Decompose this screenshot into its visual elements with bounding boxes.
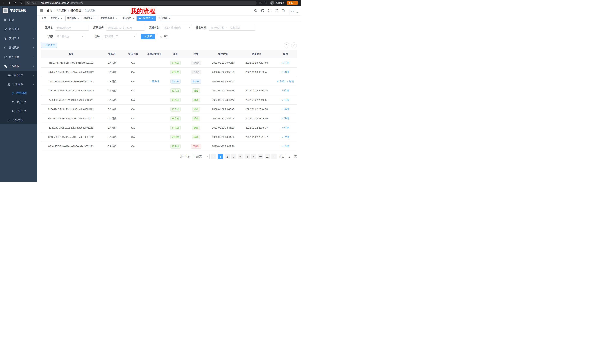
reset-button[interactable]: 重置 — [157, 34, 171, 39]
hamburger-icon[interactable] — [40, 9, 44, 12]
reload-icon[interactable] — [13, 1, 17, 5]
sidebar-item-task-management[interactable]: 任务管理 ▴ — [0, 80, 37, 89]
detail-link[interactable]: 详情 — [281, 145, 289, 148]
sidebar-item-todo-tasks[interactable]: 待办任务 — [0, 98, 37, 106]
tab-process-form[interactable]: 流程表单× — [82, 16, 98, 21]
sidebar-item-payment[interactable]: ¥ 支付管理 ▾ — [0, 34, 37, 43]
next-page-button[interactable]: › — [271, 154, 277, 159]
page-button[interactable]: 5 — [245, 154, 250, 159]
close-icon[interactable]: × — [151, 17, 154, 20]
password-key-icon[interactable] — [259, 1, 262, 5]
filter-label: 状态 — [41, 35, 53, 38]
process-name-input[interactable] — [55, 25, 89, 31]
tab-process-definition[interactable]: 流程定义× — [49, 16, 64, 21]
breadcrumb-item[interactable]: 工作流程 — [56, 9, 67, 12]
close-icon[interactable]: × — [132, 17, 135, 20]
sidebar-item-home[interactable]: 首页 — [0, 15, 37, 25]
tab-start-process[interactable]: 发起流程× — [157, 16, 172, 21]
browser-menu-icon[interactable]: ⋮ — [294, 2, 296, 4]
page-button[interactable]: 6 — [251, 154, 257, 159]
breadcrumb-item[interactable]: 首页 — [47, 9, 52, 12]
back-icon[interactable] — [2, 1, 6, 5]
close-icon[interactable]: × — [77, 17, 80, 20]
breadcrumb-item[interactable]: 任务管理 — [70, 9, 81, 12]
page-button[interactable]: 1 — [218, 154, 223, 159]
app-logo[interactable]: 芋道管理系统 — [0, 6, 37, 15]
process-definition-input[interactable] — [106, 25, 145, 31]
sidebar-item-process-management[interactable]: 流程管理 ▾ — [0, 71, 37, 80]
status-select[interactable]: 请选择状态 ▾ — [55, 34, 85, 39]
help-icon[interactable]: ? — [268, 9, 271, 12]
refresh-table-button[interactable] — [291, 42, 297, 48]
detail-link[interactable]: 详情 — [281, 70, 289, 74]
end-date-placeholder[interactable]: 结束日期 — [230, 26, 240, 29]
cell-id: 67c2eaab-7b9a-11ec-a290-acde48001122 — [41, 114, 101, 123]
search-icon[interactable] — [254, 9, 257, 12]
detail-label: 详情 — [284, 117, 289, 120]
start-process-button[interactable]: + 发起流程 — [41, 43, 57, 48]
avatar[interactable] — [289, 7, 296, 14]
bookmark-star-icon[interactable]: ☆ — [264, 1, 268, 5]
tab-process-model[interactable]: 流程模型× — [65, 16, 81, 21]
detail-link[interactable]: 详情 — [281, 89, 289, 92]
col-end-time: 结束时间 — [239, 50, 274, 58]
github-icon[interactable] — [261, 9, 264, 12]
more-pages-button[interactable]: ••• — [258, 154, 263, 159]
address-bar[interactable]: 不安全 | dashboard.yudao.iocoder.cn/bpm/tas… — [25, 1, 257, 5]
cell-id: 819442e8-7b9a-11ec-a290-acde48001122 — [41, 105, 101, 114]
close-icon[interactable]: × — [94, 17, 96, 20]
cell-task — [143, 67, 166, 77]
table-header-row: 编号 流程名 流程分类 当前审批任务 状态 结果 提交时间 结束时间 操作 — [41, 50, 297, 58]
sidebar-item-workflow[interactable]: 工作流程 ▴ — [0, 62, 37, 71]
sidebar-item-my-process[interactable]: 我的流程 — [0, 89, 37, 98]
tab-home[interactable]: 首页 — [40, 16, 48, 21]
start-date-placeholder[interactable]: 开始日期 — [214, 26, 224, 29]
sidebar-item-infra[interactable]: 基础设施 ▾ — [0, 43, 37, 52]
font-size-icon[interactable]: TT — [282, 9, 285, 12]
page-button[interactable]: 11 — [265, 154, 270, 159]
goto-page-input[interactable] — [285, 154, 293, 159]
page-button[interactable]: 4 — [238, 154, 243, 159]
security-label[interactable]: 不安全 — [30, 1, 37, 5]
detail-link[interactable]: 详情 — [286, 80, 294, 83]
tab-user-group[interactable]: 用户分组× — [121, 16, 137, 21]
sidebar-item-done-tasks[interactable]: 已办任务 — [0, 106, 37, 115]
table-row: 7317cec6-7b9b-11ec-b5b7-acde48001122 OA … — [41, 77, 297, 86]
sidebar-item-leave-query[interactable]: 请假查询 — [0, 115, 37, 124]
page-size-select[interactable]: 10条/页 ▾ — [192, 154, 210, 159]
detail-link[interactable]: 详情 — [281, 98, 289, 102]
cell-category: OA — [123, 142, 143, 151]
cell-id: 03c6c157-7b9a-11ec-a290-acde48001122 — [41, 142, 101, 151]
detail-link[interactable]: 详情 — [281, 61, 289, 65]
sidebar-item-system[interactable]: 系统管理 ▾ — [0, 25, 37, 34]
forward-icon[interactable] — [8, 1, 11, 5]
home-icon[interactable] — [19, 1, 22, 5]
detail-link[interactable]: 详情 — [281, 108, 289, 111]
search-button[interactable]: 搜索 — [141, 34, 155, 39]
prev-page-button[interactable]: ‹ — [211, 154, 216, 159]
category-select[interactable]: 请选择流程分类 ▾ — [162, 25, 192, 30]
user-menu[interactable]: ▾ — [289, 7, 298, 14]
detail-link[interactable]: 详情 — [281, 126, 289, 130]
cell-submit-time: 2022-01-22 23:44:35 — [207, 133, 240, 142]
cell-end-time: 2022-01-22 23:46:53 — [239, 105, 274, 114]
detail-link[interactable]: 详情 — [281, 135, 289, 139]
result-select[interactable]: 请选择流结果 ▾ — [102, 34, 137, 39]
detail-link[interactable]: 详情 — [281, 117, 289, 120]
task-link[interactable]: 一级审批 — [150, 80, 159, 83]
close-icon[interactable]: × — [168, 17, 171, 20]
update-button[interactable]: 更新 ⋮ — [287, 1, 298, 5]
close-icon[interactable]: × — [116, 17, 118, 20]
toggle-search-button[interactable] — [284, 42, 289, 48]
tab-my-process[interactable]: 我的流程× — [137, 16, 156, 21]
tab-process-form-edit[interactable]: 流程表单-编辑× — [99, 16, 120, 21]
page-button[interactable]: 2 — [225, 154, 230, 159]
cancel-link[interactable]: 取消 — [277, 80, 284, 83]
fullscreen-icon[interactable] — [275, 9, 278, 12]
caret-down-icon: ▾ — [297, 12, 298, 14]
date-range-picker[interactable]: 开始日期 - 结束日期 — [209, 25, 255, 31]
close-icon[interactable]: × — [60, 17, 63, 20]
sidebar-item-devtools[interactable]: 研发工具 ▾ — [0, 52, 37, 62]
cell-name: OA 请假 — [101, 95, 123, 105]
page-button[interactable]: 3 — [231, 154, 236, 159]
